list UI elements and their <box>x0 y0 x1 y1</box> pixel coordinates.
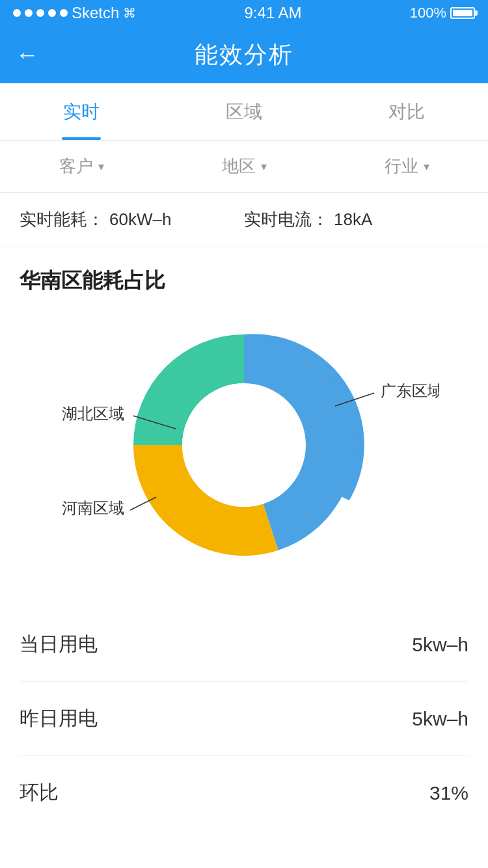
guangdong-label: 广东区域 <box>381 382 439 400</box>
header: ← 能效分析 <box>0 26 488 83</box>
status-bar: Sketch ⌘ 9:41 AM 100% <box>0 0 488 26</box>
hubei-label: 湖北区域 <box>62 405 124 422</box>
tab-compare-label: 对比 <box>388 100 425 124</box>
ratio-label: 环比 <box>20 780 59 806</box>
filter-industry[interactable]: 行业 ▾ <box>325 141 488 192</box>
stat-energy-value: 60kW–h <box>109 210 171 230</box>
carrier-label: Sketch <box>72 4 119 22</box>
stats-row: 实时能耗： 60kW–h 实时电流： 18kA <box>0 193 488 247</box>
status-time: 9:41 AM <box>245 4 302 22</box>
yesterday-label: 昨日用电 <box>20 705 98 732</box>
tab-region[interactable]: 区域 <box>163 83 325 140</box>
stat-energy-label: 实时能耗： <box>20 208 104 231</box>
filter-area[interactable]: 地区 ▾ <box>163 141 325 192</box>
signal-dot-5 <box>60 9 68 17</box>
signal-dot-3 <box>36 9 44 17</box>
status-carrier: Sketch ⌘ <box>13 4 136 22</box>
data-row-yesterday: 昨日用电 5kw–h <box>20 682 468 756</box>
stat-current-value: 18kA <box>334 210 372 230</box>
data-list: 当日用电 5kw–h 昨日用电 5kw–h 环比 31% <box>0 608 488 830</box>
yesterday-value: 5kw–h <box>412 708 468 730</box>
battery-icon <box>450 7 475 19</box>
signal-dot-2 <box>25 9 33 17</box>
status-battery: 100% <box>410 5 475 21</box>
stat-current-label: 实时电流： <box>244 208 329 231</box>
chart-section: 华南区能耗占比 <box>0 247 488 595</box>
data-row-ratio: 环比 31% <box>20 756 468 830</box>
donut-chart-container: 广东区域 湖北区域 河南区域 <box>49 308 439 582</box>
filter-row: 客户 ▾ 地区 ▾ 行业 ▾ <box>0 141 488 193</box>
tab-realtime-label: 实时 <box>63 100 100 124</box>
tab-region-label: 区域 <box>226 100 262 124</box>
filter-customer[interactable]: 客户 ▾ <box>0 141 163 192</box>
signal-dot-1 <box>13 9 21 17</box>
ratio-value: 31% <box>429 782 468 804</box>
stat-energy: 实时能耗： 60kW–h <box>20 208 244 231</box>
battery-percent: 100% <box>410 5 446 21</box>
chart-title: 华南区能耗占比 <box>20 267 468 295</box>
filter-area-label: 地区 <box>222 155 256 178</box>
donut-chart-final: 广东区域 湖北区域 河南区域 <box>49 308 439 582</box>
filter-industry-label: 行业 <box>385 155 418 178</box>
stat-current: 实时电流： 18kA <box>244 208 468 231</box>
donut-hole <box>182 383 306 507</box>
chevron-down-icon-area: ▾ <box>261 159 267 174</box>
today-value: 5kw–h <box>412 634 468 656</box>
chevron-down-icon-industry: ▾ <box>424 159 429 174</box>
today-label: 当日用电 <box>20 631 98 658</box>
henan-label: 河南区域 <box>62 499 124 517</box>
tab-compare[interactable]: 对比 <box>325 83 488 140</box>
tab-bar: 实时 区域 对比 <box>0 83 488 141</box>
back-button[interactable]: ← <box>16 41 39 68</box>
filter-customer-label: 客户 <box>59 155 93 178</box>
battery-fill <box>453 10 472 16</box>
data-row-today: 当日用电 5kw–h <box>20 608 468 682</box>
wifi-icon: ⌘ <box>123 5 136 21</box>
tab-realtime[interactable]: 实时 <box>0 83 163 140</box>
page-title: 能效分析 <box>195 39 293 71</box>
chevron-down-icon-customer: ▾ <box>98 159 104 174</box>
signal-dot-4 <box>48 9 56 17</box>
